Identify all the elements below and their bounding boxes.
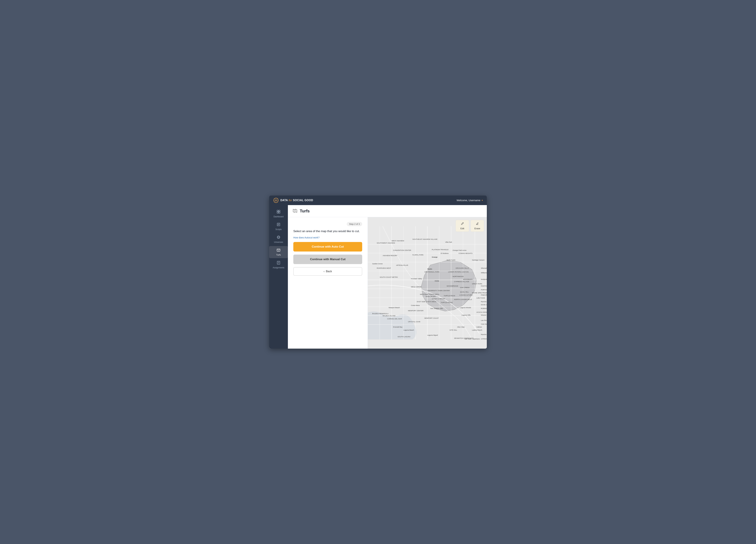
svg-text:Coto De Caza: Coto De Caza	[481, 323, 487, 325]
svg-line-8	[277, 198, 278, 199]
app-header: DATA for SOCIAL GOOD Welcome, Username ▾	[269, 196, 487, 205]
svg-text:NEWPORT COAST: NEWPORT COAST	[424, 317, 439, 319]
svg-text:ROBINSON RANCH: ROBINSON RANCH	[481, 307, 487, 309]
svg-text:Laguna Hills: Laguna Hills	[461, 314, 471, 316]
logo-text: DATA for SOCIAL GOOD	[280, 199, 313, 202]
svg-text:Laguna Niguel: Laguna Niguel	[427, 334, 438, 336]
svg-text:Laguna Beach: Laguna Beach	[404, 329, 414, 331]
svg-text:ORCHARD HILLS: ORCHARD HILLS	[456, 267, 469, 269]
svg-text:Galivan: Galivan	[476, 326, 482, 328]
svg-text:OAK CREEK: OAK CREEK	[460, 287, 470, 288]
svg-text:Silverado: Silverado	[481, 267, 487, 269]
svg-text:TURTLE RIDGE: TURTLE RIDGE	[441, 301, 453, 303]
svg-text:San Juan Capistrano: San Juan Capistrano	[465, 338, 480, 340]
svg-text:FOOTHILL RANCH: FOOTHILL RANCH	[481, 285, 487, 287]
svg-text:DOVE CANYON: DOVE CANYON	[481, 304, 487, 305]
page-body: Step 2 of 3 Select an area of the map th…	[288, 217, 487, 349]
svg-text:Rancho Santa Margarita: Rancho Santa Margarita	[481, 301, 487, 303]
svg-text:WEST ANAHEIM: WEST ANAHEIM	[392, 240, 404, 241]
back-label: Back	[326, 270, 332, 273]
svg-text:QUAIL HILL: QUAIL HILL	[460, 291, 469, 293]
page-header: Turfs	[288, 205, 487, 217]
svg-text:CENTENNIAL PARK: CENTENNIAL PARK	[424, 271, 440, 273]
user-area[interactable]: Welcome, Username ▾	[457, 199, 483, 202]
manual-cut-button[interactable]: Continue with Manual Cut	[293, 255, 362, 264]
svg-text:Tustin: Tustin	[427, 268, 432, 270]
back-chevron-icon: ‹	[324, 270, 324, 273]
edit-button[interactable]: Edit	[456, 220, 469, 232]
svg-text:Rancho Mission Viejo: Rancho Mission Viejo	[481, 333, 487, 335]
svg-text:CORONA DEL MAR: CORONA DEL MAR	[387, 318, 402, 320]
svg-text:WOODBURY: WOODBURY	[463, 278, 473, 280]
sidebar-item-turfs-label: Turfs	[276, 254, 281, 256]
autocut-link[interactable]: How does Autocut work?	[293, 236, 362, 239]
svg-text:Santiago Canyon: Santiago Canyon	[472, 259, 485, 261]
svg-text:Costa Mesa: Costa Mesa	[411, 304, 420, 306]
erase-button[interactable]: Erase	[471, 220, 484, 232]
sidebar-item-scripts[interactable]: Scripts	[269, 221, 288, 233]
sidebar-item-assignments[interactable]: Assignments	[269, 259, 288, 271]
svg-text:IRVINE SPECTRUM CENTER: IRVINE SPECTRUM CENTER	[472, 292, 487, 294]
svg-line-129	[463, 223, 463, 223]
svg-text:SOUTH COAST METRO: SOUTH COAST METRO	[380, 276, 398, 278]
svg-text:PINECREST: PINECREST	[481, 294, 487, 296]
svg-text:SHADY CANYON: SHADY CANYON	[432, 298, 445, 299]
logo-icon	[273, 198, 279, 203]
svg-text:Las Flores: Las Flores	[481, 319, 487, 321]
svg-text:ACACIA KNOLLS: ACACIA KNOLLS	[476, 311, 487, 313]
edit-icon	[461, 222, 464, 226]
assignments-icon	[277, 261, 280, 265]
sidebar-item-turfs[interactable]: Turfs	[269, 246, 288, 258]
content-area: Turfs Step 2 of 3 Select an area of the …	[288, 205, 487, 349]
svg-text:North Tustin: North Tustin	[447, 259, 456, 261]
user-dropdown-icon[interactable]: ▾	[482, 199, 483, 202]
svg-text:Orange: Orange	[432, 256, 438, 258]
svg-text:Lake Forest: Lake Forest	[476, 297, 485, 299]
back-button[interactable]: ‹ Back	[293, 267, 362, 276]
svg-text:BALBOA PENINSULA: BALBOA PENINSULA	[372, 313, 389, 314]
svg-text:WESTSIDE COSTA MESA: WESTSIDE COSTA MESA	[420, 293, 439, 295]
svg-text:Laguna Woods: Laguna Woods	[460, 307, 471, 308]
sidebar-item-dashboard-label: Dashboard	[274, 215, 284, 218]
svg-text:San Joaquin Hills: San Joaquin Hills	[430, 307, 443, 309]
sidebar: Dashboard Scripts Universes Turfs	[269, 205, 288, 349]
svg-text:Irvine: Irvine	[435, 280, 439, 282]
svg-text:Modjeska: Modjeska	[481, 278, 487, 280]
svg-text:MESA VERDE: MESA VERDE	[411, 286, 422, 288]
svg-text:EAST BLUFF: EAST BLUFF	[426, 295, 436, 297]
universes-icon	[277, 235, 280, 240]
svg-text:SOUTH LAGUNA: SOUTH LAGUNA	[398, 336, 410, 337]
svg-text:NEWPORT CENTER: NEWPORT CENTER	[408, 309, 423, 311]
svg-text:CYPRESS VILLAGE: CYPRESS VILLAGE	[454, 281, 469, 282]
svg-text:RIVERVIEW WEST: RIVERVIEW WEST	[377, 267, 391, 269]
page-header-icon	[293, 208, 297, 214]
svg-text:Emerald Bay: Emerald Bay	[393, 326, 402, 328]
svg-text:BALBOA ISLAND: BALBOA ISLAND	[383, 315, 396, 317]
svg-text:Villa Park: Villa Park	[445, 241, 452, 243]
map-area: SOUTHWEST ANAHEIM WEST ANAHEIM SOUTHEAST…	[368, 217, 487, 349]
svg-text:Mission Viejo: Mission Viejo	[481, 314, 487, 316]
erase-label: Erase	[474, 227, 480, 230]
svg-text:EAST SIDE COSTA MESA: EAST SIDE COSTA MESA	[417, 301, 436, 303]
svg-text:Fountain Valley: Fountain Valley	[411, 278, 422, 279]
welcome-text: Welcome, Username	[457, 199, 480, 202]
svg-text:LOWER PETERS CANYON: LOWER PETERS CANYON	[448, 271, 469, 273]
sidebar-item-scripts-label: Scripts	[275, 228, 282, 231]
svg-text:COWAN HEIGHTS: COWAN HEIGHTS	[459, 252, 473, 254]
dashboard-icon	[277, 210, 280, 214]
svg-text:Garden Grove: Garden Grove	[372, 263, 383, 265]
svg-text:NORTH LAGUNA HILLS: NORTH LAGUNA HILLS	[454, 298, 472, 300]
main-container: Dashboard Scripts Universes Turfs	[269, 205, 487, 349]
svg-point-1	[275, 200, 276, 201]
svg-rect-10	[277, 210, 278, 212]
svg-text:WOODBRIDGE: WOODBRIDGE	[447, 285, 458, 287]
sidebar-item-dashboard[interactable]: Dashboard	[269, 208, 288, 220]
sidebar-item-universes[interactable]: Universes	[269, 233, 288, 245]
auto-cut-button[interactable]: Continue with Auto Cut	[293, 242, 362, 252]
svg-text:ANAHEIM RESORT: ANAHEIM RESORT	[383, 255, 397, 256]
svg-line-7	[277, 201, 278, 202]
svg-line-9	[274, 201, 275, 202]
erase-icon	[476, 222, 479, 226]
map-svg: SOUTHWEST ANAHEIM WEST ANAHEIM SOUTHEAST…	[368, 217, 487, 349]
svg-text:CRYSTAL COVE: CRYSTAL COVE	[408, 321, 420, 323]
